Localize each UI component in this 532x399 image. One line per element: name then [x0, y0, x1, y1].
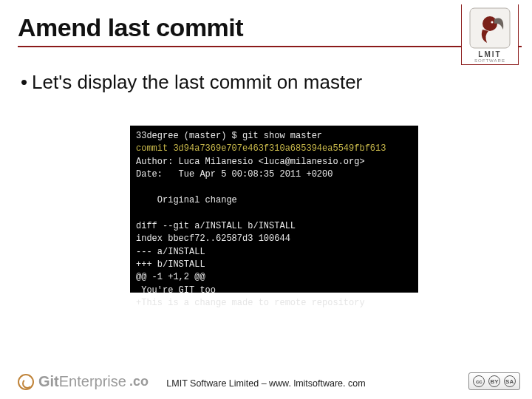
- by-icon: BY: [488, 375, 500, 387]
- logo-subtext: SOFTWARE: [465, 58, 515, 63]
- term-commit: commit 3d94a7369e707e463f310a685394ea554…: [136, 143, 386, 154]
- term-msg: Original change: [136, 195, 237, 205]
- term-hunk: @@ -1 +1,2 @@: [136, 272, 205, 282]
- logo-text: LMIT: [465, 50, 515, 58]
- bullet-line: •Let's display the last commit on master: [21, 71, 362, 94]
- bullet-text: Let's display the last commit on master: [32, 71, 362, 93]
- term-prompt: 33degree (master) $ git show master: [136, 131, 322, 141]
- slide-title: Amend last commit: [18, 13, 243, 42]
- term-ctx: You're GIT too: [136, 285, 216, 296]
- footer-center: LMIT Software Limited – www. lmitsoftwar…: [0, 378, 532, 389]
- terminal-screenshot: 33degree (master) $ git show master comm…: [130, 126, 418, 293]
- term-diff4: +++ b/INSTALL: [136, 259, 205, 270]
- sa-icon: SA: [504, 375, 516, 387]
- bullet-dot: •: [21, 71, 27, 93]
- term-diff1: diff --git a/INSTALL b/INSTALL: [136, 221, 296, 231]
- term-diff2: index bbecf72..62587d3 100644: [136, 233, 290, 244]
- svg-point-2: [491, 21, 494, 24]
- cc-icon: cc: [473, 375, 485, 387]
- svg-point-1: [482, 16, 497, 31]
- term-author: Author: Luca Milanesio <luca@milanesio.o…: [136, 157, 365, 167]
- term-date: Date: Tue Apr 5 00:08:35 2011 +0200: [136, 169, 332, 180]
- lmit-logo: LMIT SOFTWARE: [461, 4, 519, 65]
- term-diff3: --- a/INSTALL: [136, 247, 205, 257]
- squirrel-icon: [469, 7, 511, 49]
- cc-license-badge: cc BY SA: [468, 372, 520, 390]
- term-add: +This is a change made to remote reposit…: [136, 298, 365, 308]
- title-rule: [18, 46, 522, 47]
